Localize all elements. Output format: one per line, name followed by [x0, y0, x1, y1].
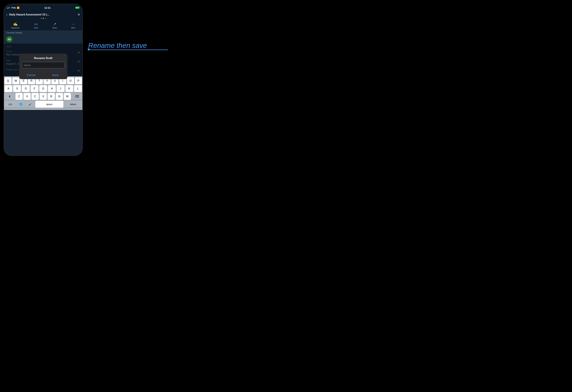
- key-f[interactable]: F: [31, 85, 38, 92]
- key-s[interactable]: S: [13, 85, 21, 92]
- status-left: Fido 📶: [7, 6, 19, 9]
- key-b[interactable]: B: [48, 93, 55, 100]
- key-j[interactable]: J: [57, 85, 64, 92]
- signatures-icon: ✍: [13, 22, 18, 26]
- carrier-name: Fido: [12, 6, 16, 9]
- status-right: ⚡: [75, 7, 79, 9]
- battery-bolt: ⚡: [76, 7, 78, 8]
- dot-3: [45, 18, 46, 19]
- battery-icon: ⚡: [75, 7, 79, 9]
- key-numbers[interactable]: 123: [4, 101, 16, 108]
- toolbar: ✍ Signatures ▭ Inbox ↗ Share ··· More: [4, 21, 82, 30]
- more-icon: ···: [72, 22, 75, 26]
- key-w[interactable]: W: [12, 77, 19, 84]
- modal-overlay: Rename Draft Cancel Save: [4, 44, 82, 76]
- key-o[interactable]: O: [67, 77, 74, 84]
- key-return[interactable]: return: [64, 101, 82, 108]
- key-v[interactable]: V: [40, 93, 47, 100]
- key-shift[interactable]: ⬆: [4, 93, 15, 100]
- dot-1: [40, 18, 42, 19]
- keyboard-row-3: ⬆ Z X C V B N M ⌫: [4, 93, 82, 100]
- toolbar-inbox[interactable]: ▭ Inbox: [34, 22, 38, 29]
- keyboard-row-4: 123 🌐 🎤 space return: [4, 101, 82, 108]
- back-button[interactable]: ‹: [6, 13, 7, 16]
- toolbar-share[interactable]: ↗ Share: [52, 22, 57, 29]
- header: ‹ Daily Hazard Assessment V2 (... ✕: [4, 11, 82, 21]
- more-label: More: [71, 27, 75, 29]
- key-z[interactable]: Z: [16, 93, 23, 100]
- key-l[interactable]: L: [74, 85, 82, 92]
- signal-bar-3: [9, 7, 9, 8]
- signal-bar-1: [7, 8, 7, 8]
- key-x[interactable]: X: [23, 93, 31, 100]
- keyboard: Q W E R T Y U I O P A S D F G H J K L ⬆ …: [4, 76, 82, 110]
- key-m[interactable]: M: [64, 93, 71, 100]
- phone-frame: Fido 📶 12:21 ⚡ ‹ Daily Hazard Assessment…: [4, 4, 83, 156]
- key-c[interactable]: C: [32, 93, 39, 100]
- hint-underline: [88, 50, 168, 50]
- signal-bar-4: [10, 7, 10, 8]
- dot-2: [43, 18, 44, 19]
- signal-bar-2: [8, 7, 8, 8]
- modal-title: Rename Draft: [19, 54, 67, 62]
- modal-buttons: Cancel Save: [19, 71, 67, 79]
- key-h[interactable]: H: [48, 85, 56, 92]
- toolbar-more[interactable]: ··· More: [71, 22, 75, 29]
- keyboard-row-2: A S D F G H J K L: [4, 85, 82, 92]
- cancel-button[interactable]: Cancel: [19, 71, 43, 79]
- page-title: Daily Hazard Assessment V2 (...: [9, 13, 76, 16]
- page-dots: [6, 18, 80, 19]
- signatures-label: Signatures: [11, 27, 20, 29]
- hint-text: Rename then save: [88, 42, 147, 50]
- key-n[interactable]: N: [56, 93, 63, 100]
- key-a[interactable]: A: [4, 85, 12, 92]
- key-p[interactable]: P: [75, 77, 82, 84]
- key-globe[interactable]: 🌐: [17, 101, 25, 108]
- share-label: Share: [52, 27, 57, 29]
- key-d[interactable]: D: [22, 85, 30, 92]
- toolbar-signatures[interactable]: ✍ Signatures: [11, 22, 20, 29]
- status-bar: Fido 📶 12:21 ⚡: [4, 4, 82, 11]
- save-button[interactable]: Save: [43, 71, 67, 79]
- inbox-icon: ▭: [34, 22, 38, 26]
- avatar: RS: [6, 36, 12, 42]
- signal-bars: [7, 7, 10, 8]
- rename-draft-modal: Rename Draft Cancel Save: [19, 54, 67, 79]
- hint-dot: [88, 48, 90, 50]
- key-mic[interactable]: 🎤: [26, 101, 34, 108]
- user-row: RS: [4, 35, 82, 44]
- key-q[interactable]: Q: [4, 77, 12, 84]
- key-k[interactable]: K: [65, 85, 73, 92]
- key-backspace[interactable]: ⌫: [72, 93, 82, 100]
- share-icon: ↗: [53, 22, 56, 26]
- wifi-icon: 📶: [17, 6, 19, 9]
- currently-viewing-label: Currently Viewing: [4, 30, 82, 35]
- header-top: ‹ Daily Hazard Assessment V2 (... ✕: [6, 13, 80, 16]
- key-space[interactable]: space: [35, 101, 64, 108]
- inbox-label: Inbox: [34, 27, 38, 29]
- key-g[interactable]: G: [39, 85, 47, 92]
- rename-input[interactable]: [22, 62, 65, 68]
- modal-input-wrap: [19, 62, 67, 71]
- clock: 12:21: [44, 6, 51, 9]
- close-button[interactable]: ✕: [78, 13, 80, 16]
